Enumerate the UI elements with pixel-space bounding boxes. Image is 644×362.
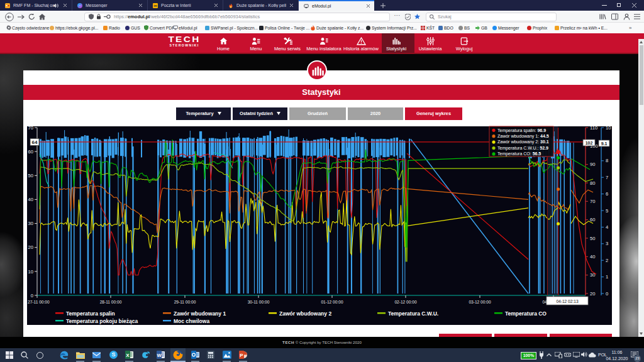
svg-text:64: 64 — [32, 140, 38, 145]
svg-text:Zawór wbudowany 1: 44.5: Zawór wbudowany 1: 44.5 — [497, 134, 549, 139]
svg-text:50: 50 — [28, 173, 33, 178]
svg-text:27-11 00:00: 27-11 00:00 — [28, 300, 50, 304]
svg-text:50: 50 — [590, 236, 595, 241]
svg-text:0: 0 — [31, 293, 33, 299]
svg-text:20: 20 — [590, 291, 595, 297]
svg-text:2: 2 — [606, 258, 608, 263]
svg-text:110: 110 — [590, 125, 597, 131]
svg-text:5: 5 — [606, 208, 608, 214]
svg-text:Zawór wbudowany 2: Zawór wbudowany 2 — [279, 310, 331, 317]
svg-text:30: 30 — [28, 221, 33, 226]
svg-text:03-12 00:00: 03-12 00:00 — [469, 300, 491, 304]
svg-text:28-11 00:00: 28-11 00:00 — [100, 300, 122, 304]
svg-text:Temperatura spalin: Temperatura spalin — [66, 310, 115, 317]
svg-text:Temperatura CO: 56.5: Temperatura CO: 56.5 — [497, 151, 541, 156]
svg-text:70: 70 — [590, 199, 595, 204]
svg-text:80: 80 — [590, 180, 595, 186]
svg-text:7: 7 — [606, 175, 608, 180]
svg-text:04-12 02:13: 04-12 02:13 — [556, 299, 579, 304]
svg-text:Temperatura spalin: 96.9: Temperatura spalin: 96.9 — [497, 128, 546, 133]
svg-text:01-12 00:00: 01-12 00:00 — [321, 300, 343, 304]
svg-text:1: 1 — [606, 274, 608, 280]
svg-text:70: 70 — [28, 125, 33, 131]
svg-text:Temperatura pokoju bieżąca: Temperatura pokoju bieżąca — [66, 318, 138, 324]
svg-text:Temperatura C.W.U.: 52.9: Temperatura C.W.U.: 52.9 — [497, 146, 548, 151]
svg-text:30-11 00:00: 30-11 00:00 — [248, 300, 270, 304]
svg-text:Zawór wbudowany 1: Zawór wbudowany 1 — [174, 310, 226, 317]
svg-text:4: 4 — [606, 224, 608, 230]
svg-text:02-12 00:00: 02-12 00:00 — [394, 300, 417, 304]
svg-text:Zawór wbudowany 2: 30.1: Zawór wbudowany 2: 30.1 — [497, 140, 549, 145]
svg-text:8: 8 — [606, 158, 608, 163]
svg-text:Temperatura C.W.U.: Temperatura C.W.U. — [388, 310, 438, 317]
svg-text:90: 90 — [590, 162, 595, 167]
svg-text:10: 10 — [28, 269, 33, 275]
svg-text:0: 0 — [606, 291, 608, 297]
svg-text:40: 40 — [28, 197, 33, 202]
svg-text:9.1: 9.1 — [601, 141, 608, 146]
svg-text:20: 20 — [28, 244, 33, 250]
svg-text:Moc chwilowa: Moc chwilowa — [174, 318, 209, 324]
svg-text:P: P — [240, 353, 243, 358]
svg-text:X: X — [126, 353, 130, 358]
svg-text:3: 3 — [606, 241, 608, 246]
svg-text:6: 6 — [606, 191, 608, 197]
svg-text:int: int — [153, 4, 157, 8]
svg-text:40: 40 — [590, 254, 595, 260]
svg-text:102: 102 — [586, 141, 593, 145]
svg-text:10: 10 — [606, 125, 611, 131]
svg-text:60: 60 — [28, 149, 33, 155]
svg-text:29-11 00:00: 29-11 00:00 — [174, 300, 196, 304]
svg-text:Temperatura CO: Temperatura CO — [505, 310, 547, 317]
svg-text:W: W — [157, 353, 162, 358]
